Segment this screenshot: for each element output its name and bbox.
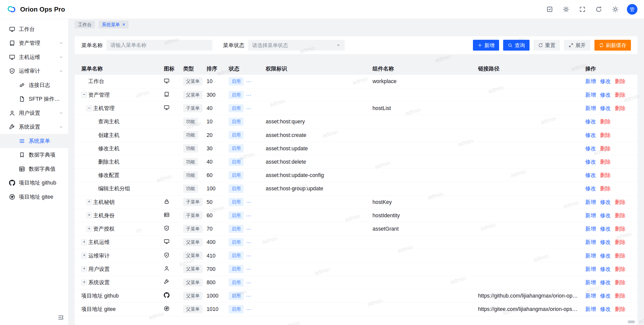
sidebar-item-system-settings[interactable]: 系统设置 — [0, 120, 68, 134]
collapse-row-button[interactable]: − — [81, 92, 87, 98]
row-add-link[interactable]: 新增 — [585, 253, 596, 259]
row-add-link[interactable]: 新增 — [585, 226, 596, 232]
row-delete-link[interactable]: 删除 — [600, 132, 611, 138]
reset-button[interactable]: 重置 — [534, 40, 560, 50]
header-screen-check-button[interactable] — [546, 6, 553, 13]
row-delete-link[interactable]: 删除 — [600, 159, 611, 165]
row-edit-link[interactable]: 修改 — [600, 266, 611, 272]
row-delete-link[interactable]: 删除 — [615, 253, 625, 259]
sidebar-item-dict-keys[interactable]: 数据字典项 — [0, 148, 68, 162]
sidebar-item-sftp-log[interactable]: SFTP 操作日志 — [0, 92, 68, 106]
row-delete-link[interactable]: 删除 — [600, 172, 611, 178]
status-tag: 启用 — [229, 171, 244, 179]
expand-row-button[interactable]: + — [81, 280, 87, 285]
collapse-row-button[interactable]: − — [86, 105, 92, 111]
row-edit-link[interactable]: 修改 — [600, 212, 611, 218]
row-add-link[interactable]: 新增 — [585, 105, 596, 111]
gitee-icon — [164, 306, 170, 311]
row-edit-link[interactable]: 修改 — [585, 159, 596, 165]
header-theme-button[interactable] — [563, 6, 569, 13]
menu-status-select[interactable]: 请选择菜单状态 — [248, 40, 345, 50]
type-tag: 功能 — [183, 118, 198, 126]
expand-row-button[interactable]: + — [81, 266, 87, 272]
expand-button[interactable]: 展开 — [564, 40, 590, 50]
expand-row-button[interactable]: + — [81, 239, 87, 245]
row-add-link[interactable]: 新增 — [585, 279, 596, 285]
row-delete-link[interactable]: 删除 — [600, 186, 611, 191]
row-delete-link[interactable]: 删除 — [600, 146, 611, 151]
table-header: 菜单名称图标类型排序状态权限标识组件名称链接路径操作 — [75, 62, 637, 75]
row-edit-link[interactable]: 修改 — [600, 293, 611, 299]
row-add-link[interactable]: 新增 — [585, 212, 596, 218]
row-delete-link[interactable]: 删除 — [600, 119, 611, 124]
row-edit-link[interactable]: 修改 — [585, 186, 596, 191]
row-edit-link[interactable]: 修改 — [600, 78, 611, 84]
expand-row-button[interactable]: + — [86, 226, 92, 232]
row-delete-link[interactable]: 删除 — [615, 279, 625, 285]
row-add-link[interactable]: 新增 — [585, 266, 596, 272]
sidebar-item-ops-audit[interactable]: 运维审计 — [0, 64, 68, 78]
tab-system-menu[interactable]: 系统菜单× — [99, 21, 129, 28]
sidebar-item-gitee[interactable]: 项目地址 gitee — [0, 190, 68, 204]
link-icon — [19, 82, 25, 88]
row-add-link[interactable]: 新增 — [585, 293, 596, 299]
row-edit-link[interactable]: 修改 — [600, 253, 611, 259]
row-add-link[interactable]: 新增 — [585, 306, 596, 312]
row-edit-link[interactable]: 修改 — [600, 279, 611, 285]
collapse-sidebar-button[interactable] — [58, 314, 64, 321]
row-delete-link[interactable]: 删除 — [615, 239, 625, 245]
gitee-icon — [9, 194, 15, 200]
sidebar-item-github[interactable]: 项目地址 github — [0, 176, 68, 190]
row-edit-link[interactable]: 修改 — [600, 199, 611, 205]
tab-workbench[interactable]: 工作台 — [75, 21, 95, 28]
refresh-cache-button[interactable]: 刷新缓存 — [594, 40, 631, 50]
row-delete-link[interactable]: 删除 — [615, 293, 625, 299]
type-tag: 功能 — [183, 185, 198, 193]
row-edit-link[interactable]: 修改 — [585, 119, 596, 124]
row-edit-link[interactable]: 修改 — [600, 239, 611, 245]
row-delete-link[interactable]: 删除 — [615, 105, 625, 111]
header-fullscreen-button[interactable] — [579, 6, 586, 13]
header-settings-button[interactable] — [612, 6, 619, 13]
row-delete-link[interactable]: 删除 — [615, 226, 625, 232]
menu-name-input[interactable] — [106, 40, 212, 50]
sidebar-item-host-ops[interactable]: 主机运维 — [0, 50, 68, 64]
expand-row-button[interactable]: + — [86, 212, 92, 218]
row-add-link[interactable]: 新增 — [585, 78, 596, 84]
sidebar-item-dict-values[interactable]: 数据字典值 — [0, 162, 68, 176]
row-delete-link[interactable]: 删除 — [615, 92, 625, 98]
row-delete-link[interactable]: 删除 — [615, 266, 625, 272]
row-add-link[interactable]: 新增 — [585, 239, 596, 245]
header-refresh-button[interactable] — [595, 6, 602, 13]
row-edit-link[interactable]: 修改 — [600, 105, 611, 111]
type-tag: 父菜单 — [183, 77, 203, 86]
table-scrollbar-thumb[interactable] — [628, 320, 635, 323]
sidebar-item-system-menu[interactable]: 系统菜单 — [0, 134, 68, 148]
idcard-icon — [164, 212, 170, 218]
expand-row-button[interactable]: + — [86, 199, 92, 205]
add-button[interactable]: 新增 — [473, 40, 499, 50]
row-delete-link[interactable]: 删除 — [615, 199, 625, 205]
row-edit-link[interactable]: 修改 — [600, 226, 611, 232]
row-edit-link[interactable]: 修改 — [600, 92, 611, 98]
row-edit-link[interactable]: 修改 — [585, 132, 596, 138]
tab-label: 工作台 — [78, 22, 92, 28]
row-add-link[interactable]: 新增 — [585, 92, 596, 98]
sidebar-item-asset-management[interactable]: 资产管理 — [0, 36, 68, 50]
expand-row-button[interactable]: + — [81, 253, 87, 259]
sidebar-item-connect-log[interactable]: 连接日志 — [0, 78, 68, 92]
row-edit-link[interactable]: 修改 — [585, 172, 596, 178]
plus-icon — [477, 43, 482, 48]
row-edit-link[interactable]: 修改 — [600, 306, 611, 312]
row-delete-link[interactable]: 删除 — [615, 306, 625, 312]
row-delete-link[interactable]: 删除 — [615, 78, 625, 84]
row-edit-link[interactable]: 修改 — [585, 146, 596, 151]
row-add-link[interactable]: 新增 — [585, 199, 596, 205]
sidebar-item-user-settings[interactable]: 用户设置 — [0, 106, 68, 120]
row-delete-link[interactable]: 删除 — [615, 212, 625, 218]
table-row: +主机运维父菜单400启用显示新增修改删除 — [75, 236, 637, 249]
close-tab-icon[interactable]: × — [122, 22, 125, 27]
sidebar-item-workbench[interactable]: 工作台 — [0, 22, 68, 36]
user-avatar[interactable]: 管 — [627, 4, 637, 15]
query-button[interactable]: 查询 — [503, 40, 529, 50]
